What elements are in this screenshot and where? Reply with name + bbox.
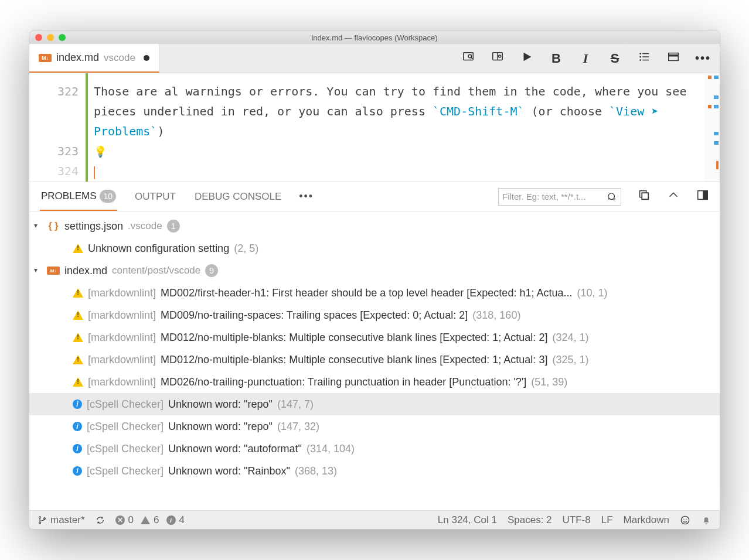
code-editor[interactable]: 322323324 Those are al warnings or error…	[29, 73, 720, 182]
file-problem-count-badge: 1	[167, 220, 180, 233]
problem-source: [markdownlint]	[88, 287, 156, 299]
info-count: 4	[179, 514, 185, 526]
problem-message: Unknown configuration setting	[88, 243, 229, 255]
minimize-window-button[interactable]	[47, 34, 54, 41]
warning-icon	[73, 377, 83, 387]
branch-name: master*	[50, 514, 85, 526]
problem-item[interactable]: [markdownlint]MD002/first-header-h1: Fir…	[29, 282, 720, 304]
problem-file-row[interactable]: ▾M↓index.mdcontent/post/vscode9	[29, 259, 720, 282]
status-errors[interactable]: ✕ 0 6 i 4	[115, 514, 185, 526]
problem-source: [markdownlint]	[88, 332, 156, 344]
problem-item[interactable]: [markdownlint]MD012/no-multiple-blanks: …	[29, 326, 720, 349]
panel-tab-output[interactable]: OUTPUT	[134, 184, 177, 210]
warning-count: 6	[154, 514, 159, 526]
problem-source: [cSpell Checker]	[87, 443, 164, 455]
language-mode[interactable]: Markdown	[624, 514, 669, 526]
problem-message: MD026/no-trailing-punctuation: Trailing …	[161, 376, 526, 388]
problem-file-row[interactable]: ▾{ }settings.json.vscode1	[29, 215, 720, 237]
run-icon[interactable]	[519, 50, 534, 66]
problem-item[interactable]: i[cSpell Checker]Unknown word: "repo"(14…	[29, 393, 720, 415]
italic-icon[interactable]: I	[578, 51, 593, 66]
problem-item[interactable]: [markdownlint]MD009/no-trailing-spaces: …	[29, 304, 720, 326]
problem-item[interactable]: i[cSpell Checker]Unknown word: "repo"(14…	[29, 415, 720, 438]
dirty-indicator-icon	[144, 55, 149, 61]
problem-location: (147, 7)	[277, 398, 314, 411]
line-number-gutter: 322323324	[29, 73, 86, 182]
cursor-position[interactable]: Ln 324, Col 1	[438, 514, 497, 526]
sync-button[interactable]	[96, 515, 105, 525]
problem-message: Unknown word: "Rainbox"	[168, 465, 290, 477]
panel-more-icon[interactable]: •••	[299, 190, 314, 203]
problem-message: Unknown word: "repo"	[168, 398, 273, 411]
editor-toolbar: B I S •••	[461, 44, 720, 73]
problem-file-name: settings.json	[64, 220, 123, 233]
panel-tab-debug-label: DEBUG CONSOLE	[195, 191, 281, 203]
panel-tab-output-label: OUTPUT	[135, 191, 176, 203]
eol[interactable]: LF	[601, 514, 613, 526]
code-line[interactable]	[94, 162, 704, 182]
table-icon[interactable]	[666, 50, 681, 66]
problem-message: MD012/no-multiple-blanks: Multiple conse…	[161, 332, 547, 344]
titlebar: index.md — flaviocopes (Workspace)	[29, 31, 720, 44]
code-line[interactable]: Those are al warnings or errors. You can…	[94, 81, 704, 141]
open-preview-icon[interactable]	[461, 50, 476, 66]
error-icon: ✕	[115, 515, 125, 525]
panel-tab-problems-label: PROBLEMS	[41, 190, 96, 202]
zoom-window-button[interactable]	[59, 34, 66, 41]
collapse-all-icon[interactable]	[638, 189, 651, 204]
svg-point-18	[681, 516, 689, 524]
problems-filter-input[interactable]: Filter. Eg: text, **/*.t...	[498, 188, 621, 206]
indentation[interactable]: Spaces: 2	[508, 514, 552, 526]
notifications-bell-icon[interactable]	[701, 515, 711, 525]
problem-item[interactable]: i[cSpell Checker]Unknown word: "autoform…	[29, 438, 720, 460]
toggle-layout-icon[interactable]	[696, 189, 709, 204]
info-icon: i	[73, 466, 82, 476]
split-preview-icon[interactable]	[490, 50, 505, 66]
code-content[interactable]: Those are al warnings or errors. You can…	[86, 73, 704, 182]
window-title: index.md — flaviocopes (Workspace)	[29, 33, 720, 42]
git-branch-item[interactable]: master*	[38, 514, 85, 526]
feedback-icon[interactable]	[680, 515, 690, 525]
minimap[interactable]	[704, 73, 720, 182]
svg-point-19	[683, 518, 685, 520]
problem-item[interactable]: [markdownlint]MD012/no-multiple-blanks: …	[29, 349, 720, 371]
problem-item[interactable]: [markdownlint]MD026/no-trailing-punctuat…	[29, 371, 720, 393]
svg-rect-7	[669, 53, 679, 61]
problem-message: MD009/no-trailing-spaces: Trailing space…	[161, 309, 468, 322]
bullet-list-icon[interactable]	[636, 50, 652, 66]
problem-source: [cSpell Checker]	[87, 465, 164, 477]
panel-tab-problems[interactable]: PROBLEMS 10	[40, 183, 117, 211]
filter-settings-icon[interactable]	[607, 192, 617, 202]
panel-tab-debug-console[interactable]: DEBUG CONSOLE	[193, 184, 282, 210]
bold-icon[interactable]: B	[549, 51, 564, 66]
problems-tree[interactable]: ▾{ }settings.json.vscode1Unknown configu…	[29, 211, 720, 510]
more-actions-icon[interactable]: •••	[695, 52, 710, 65]
tab-filename: index.md	[56, 52, 99, 64]
problem-file-path: content/post/vscode	[112, 265, 200, 276]
problem-item[interactable]: i[cSpell Checker]Unknown word: "Rainbox"…	[29, 460, 720, 482]
markdown-file-icon: M↓	[47, 267, 60, 275]
code-line[interactable]: 💡	[94, 141, 704, 162]
problem-file-name: index.md	[64, 265, 107, 277]
editor-tab-active[interactable]: M↓ index.md vscode	[29, 44, 159, 73]
warning-icon	[73, 333, 83, 342]
info-icon: i	[73, 422, 82, 431]
chevron-up-icon[interactable]	[667, 189, 680, 204]
problem-location: (51, 39)	[531, 376, 567, 388]
error-count: 0	[128, 514, 134, 526]
svg-point-4	[639, 53, 641, 54]
strikethrough-icon[interactable]: S	[607, 51, 622, 66]
problem-message: MD012/no-multiple-blanks: Multiple conse…	[161, 354, 547, 366]
problem-location: (2, 5)	[234, 243, 258, 255]
collapse-toggle-icon[interactable]: ▾	[34, 221, 42, 230]
warning-icon	[73, 310, 83, 320]
svg-point-15	[39, 516, 41, 518]
encoding[interactable]: UTF-8	[563, 514, 591, 526]
filter-placeholder: Filter. Eg: text, **/*.t...	[502, 192, 603, 202]
problem-location: (10, 1)	[577, 287, 607, 299]
collapse-toggle-icon[interactable]: ▾	[34, 266, 42, 274]
close-window-button[interactable]	[35, 34, 42, 41]
problem-message: MD002/first-header-h1: First header shou…	[161, 287, 572, 299]
problem-item[interactable]: Unknown configuration setting(2, 5)	[29, 237, 720, 259]
problem-source: [markdownlint]	[88, 376, 156, 388]
